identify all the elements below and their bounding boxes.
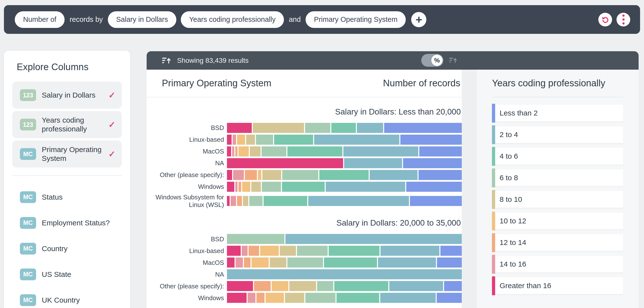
bar-segment[interactable] [227, 147, 231, 156]
bar-segment[interactable] [237, 196, 242, 206]
column-pill-years-coding[interactable]: Years coding professionally [181, 11, 284, 28]
bar-segment[interactable] [235, 182, 238, 192]
bar-segment[interactable] [297, 246, 328, 256]
bar-segment[interactable] [227, 246, 241, 256]
bar-segment[interactable] [260, 246, 279, 256]
bar-segment[interactable] [233, 170, 244, 180]
bar-segment[interactable] [419, 147, 462, 156]
bar-segment[interactable] [245, 170, 257, 180]
bar-segment[interactable] [380, 246, 440, 256]
bar-segment[interactable] [237, 135, 245, 145]
bar-segment[interactable] [242, 182, 250, 192]
bar-segment[interactable] [357, 123, 383, 133]
bar-segment[interactable] [410, 196, 462, 206]
bar-segment[interactable] [285, 293, 304, 303]
bar-segment[interactable] [274, 135, 314, 145]
bar-segment[interactable] [262, 182, 281, 192]
bar-segment[interactable] [378, 258, 436, 268]
bar-segment[interactable] [282, 170, 318, 180]
column-pill-primary-os[interactable]: Primary Operating System [306, 11, 406, 28]
bar-segment[interactable] [258, 170, 262, 180]
bar-segment[interactable] [227, 182, 234, 192]
bar-segment[interactable] [286, 234, 462, 244]
bar-segment[interactable] [314, 135, 399, 145]
bar-segment[interactable] [248, 246, 259, 256]
bar-segment[interactable] [331, 123, 356, 133]
bar-segment[interactable] [256, 135, 273, 145]
bar-segment[interactable] [262, 170, 281, 180]
bar-segment[interactable] [246, 135, 255, 145]
bar-segment[interactable] [305, 123, 330, 133]
bar-segment[interactable] [244, 258, 250, 268]
bar-segment[interactable] [380, 293, 436, 303]
sort-columns-button[interactable] [449, 56, 458, 64]
bar-segment[interactable] [232, 147, 234, 156]
legend-item[interactable]: 12 to 14 [492, 234, 623, 251]
bar-segment[interactable] [227, 258, 234, 268]
bar-segment[interactable] [232, 135, 236, 145]
bar-segment[interactable] [227, 123, 252, 133]
bar-segment[interactable] [329, 246, 379, 256]
bar-segment[interactable] [227, 234, 284, 244]
legend-item[interactable]: 2 to 4 [492, 126, 623, 143]
column-pill-salary[interactable]: Salary in Dollars [108, 11, 176, 28]
bar-segment[interactable] [254, 281, 271, 291]
legend-item[interactable]: 14 to 16 [492, 256, 623, 273]
bar-segment[interactable] [280, 246, 296, 256]
undo-button[interactable] [598, 13, 612, 26]
bar-segment[interactable] [317, 281, 333, 291]
bar-segment[interactable] [236, 258, 243, 268]
bar-segment[interactable] [227, 293, 246, 303]
sidebar-item-employment-status-[interactable]: MCEmployment Status? [12, 210, 122, 236]
bar-segment[interactable] [437, 293, 462, 303]
legend-item[interactable]: 8 to 10 [492, 191, 623, 208]
bar-segment[interactable] [343, 147, 418, 156]
bar-segment[interactable] [248, 293, 255, 303]
bar-segment[interactable] [403, 158, 462, 168]
bar-segment[interactable] [282, 182, 325, 192]
legend-item[interactable]: 6 to 8 [492, 169, 623, 186]
bar-segment[interactable] [400, 135, 462, 145]
bar-segment[interactable] [250, 147, 260, 156]
sidebar-item-us-state[interactable]: MCUS State [12, 261, 122, 287]
measure-pill[interactable]: Number of [15, 11, 64, 28]
sidebar-item-primary-operating-system[interactable]: MCPrimary Operating System✓ [12, 141, 122, 167]
percent-toggle-knob[interactable]: % [431, 55, 442, 66]
sidebar-item-country[interactable]: MCCountry [12, 236, 122, 261]
legend-item[interactable]: 10 to 12 [492, 213, 623, 229]
bar-segment[interactable] [406, 182, 462, 192]
bar-segment[interactable] [249, 196, 262, 206]
bar-segment[interactable] [370, 170, 418, 180]
bar-segment[interactable] [235, 147, 238, 156]
bar-segment[interactable] [264, 196, 307, 206]
bar-segment[interactable] [440, 246, 462, 256]
bar-segment[interactable] [389, 281, 443, 291]
bar-segment[interactable] [272, 281, 288, 291]
bar-segment[interactable] [444, 281, 462, 291]
legend-item[interactable]: 4 to 6 [492, 148, 623, 164]
bar-segment[interactable] [344, 158, 402, 168]
menu-button[interactable] [616, 13, 630, 26]
sidebar-item-status[interactable]: MCStatus [12, 184, 122, 210]
bar-segment[interactable] [253, 123, 304, 133]
bar-segment[interactable] [289, 281, 316, 291]
bar-segment[interactable] [256, 293, 264, 303]
sidebar-item-uk-country[interactable]: MCUK Country [12, 287, 122, 308]
bar-segment[interactable] [308, 196, 409, 206]
legend-item[interactable]: Less than 2 [492, 105, 623, 121]
bar-segment[interactable] [227, 269, 462, 279]
legend-item[interactable]: Greater than 16 [492, 277, 623, 294]
sort-rows-button[interactable] [162, 56, 172, 65]
bar-segment[interactable] [336, 293, 379, 303]
bar-segment[interactable] [418, 170, 462, 180]
bar-segment[interactable] [319, 170, 369, 180]
bar-segment[interactable] [384, 123, 462, 133]
bar-segment[interactable] [266, 293, 284, 303]
bar-segment[interactable] [324, 258, 377, 268]
bar-segment[interactable] [227, 158, 343, 168]
sidebar-item-salary-in-dollars[interactable]: 123Salary in Dollars✓ [12, 82, 122, 109]
bar-segment[interactable] [287, 258, 323, 268]
bar-segment[interactable] [262, 147, 286, 156]
bar-segment[interactable] [242, 246, 248, 256]
bar-segment[interactable] [231, 196, 236, 206]
